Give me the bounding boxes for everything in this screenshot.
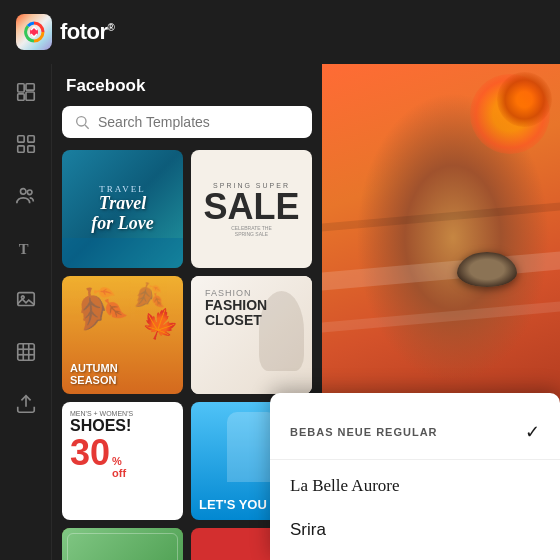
svg-line-22 <box>85 125 89 129</box>
font-dropdown: BEBAS NEUE REGULAR ✓ La Belle Aurore Sri… <box>270 393 560 560</box>
font-option-la-belle[interactable]: La Belle Aurore <box>270 464 560 508</box>
sidebar-item-texture[interactable] <box>10 336 42 368</box>
floral-small <box>497 72 552 127</box>
template-card-travel[interactable]: Travel Travelfor Love <box>62 150 183 268</box>
stripe2 <box>322 300 560 334</box>
autumn-bg: 🍂 🍁 🍂 <box>62 276 183 394</box>
logo: fotor® <box>16 14 114 50</box>
font-bebas-label: BEBAS NEUE REGULAR <box>290 426 438 438</box>
birthday-border <box>67 533 178 560</box>
sidebar-item-people[interactable] <box>10 180 42 212</box>
svg-rect-6 <box>17 136 23 142</box>
sidebar-item-grid[interactable] <box>10 128 42 160</box>
stripe1 <box>322 250 560 292</box>
logo-text: fotor® <box>60 19 114 45</box>
panel-title: Facebook <box>62 64 312 106</box>
svg-rect-4 <box>26 84 34 90</box>
svg-rect-9 <box>27 146 33 152</box>
check-icon: ✓ <box>525 421 540 443</box>
stripe3 <box>322 201 560 233</box>
sale-subtitle: CELEBRATE THESPRING SALE <box>231 225 272 237</box>
shoes-subtitle: Men's + Women's <box>70 410 175 417</box>
app-header: fotor® <box>0 0 560 64</box>
logo-icon <box>16 14 52 50</box>
canvas-eye <box>457 252 517 287</box>
svg-point-10 <box>20 189 26 195</box>
sale-title: SALE <box>203 189 299 225</box>
svg-rect-2 <box>17 84 23 92</box>
template-card-sale[interactable]: SPRING SUPER SALE CELEBRATE THESPRING SA… <box>191 150 312 268</box>
sidebar-item-text[interactable]: T <box>10 232 42 264</box>
shoes-off: %off <box>112 455 126 479</box>
sidebar-item-image[interactable] <box>10 284 42 316</box>
travel-water-deco <box>62 238 183 268</box>
search-bar[interactable] <box>62 106 312 138</box>
svg-rect-8 <box>17 146 23 152</box>
leaf1: 🍂 <box>64 276 131 340</box>
template-card-fashion[interactable]: FASHION FASHIONCLOSET <box>191 276 312 394</box>
font-la-belle-label: La Belle Aurore <box>290 476 400 496</box>
travel-title: Travelfor Love <box>91 194 153 234</box>
sidebar-item-layout[interactable] <box>10 76 42 108</box>
sidebar: T <box>0 64 52 560</box>
leaf3: 🍂 <box>130 279 166 313</box>
fashion-content: FASHION FASHIONCLOSET <box>199 282 304 335</box>
dropdown-divider <box>270 459 560 460</box>
search-input[interactable] <box>98 114 300 130</box>
font-option-bebas[interactable]: BEBAS NEUE REGULAR ✓ <box>270 409 560 455</box>
svg-rect-15 <box>17 344 34 361</box>
template-card-autumn[interactable]: 🍂 🍁 🍂 AUTUMNSEASON <box>62 276 183 394</box>
svg-rect-3 <box>17 94 23 100</box>
person-figure <box>227 412 277 482</box>
template-card-birthday[interactable]: HappyBirthday <box>62 528 183 560</box>
font-option-srira[interactable]: Srira <box>270 508 560 552</box>
svg-point-14 <box>21 296 24 299</box>
font-srira-label: Srira <box>290 520 326 539</box>
template-card-shoes[interactable]: Men's + Women's SHOES! 30 %off <box>62 402 183 520</box>
shoes-discount: 30 <box>70 435 110 471</box>
svg-rect-7 <box>27 136 33 142</box>
sidebar-item-upload[interactable] <box>10 388 42 420</box>
fashion-title: FASHIONCLOSET <box>205 298 298 329</box>
search-icon <box>74 114 90 130</box>
shoes-price: 30 %off <box>70 435 175 479</box>
svg-text:T: T <box>18 241 28 257</box>
svg-rect-5 <box>26 92 34 100</box>
svg-point-21 <box>77 117 86 126</box>
svg-point-11 <box>27 190 32 195</box>
